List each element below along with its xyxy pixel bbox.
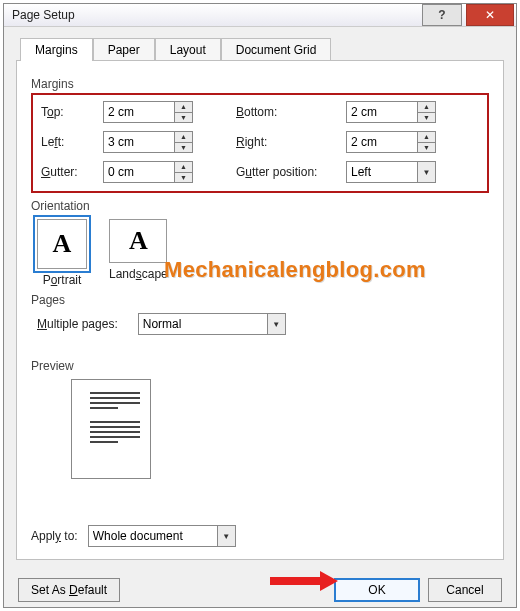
chevron-down-icon[interactable]: ▼ <box>268 313 286 335</box>
top-spinner[interactable]: ▲▼ <box>103 101 198 123</box>
annotation-arrow <box>270 571 338 591</box>
tab-layout[interactable]: Layout <box>155 38 221 61</box>
chevron-down-icon[interactable]: ▼ <box>218 525 236 547</box>
bottom-spinner[interactable]: ▲▼ <box>346 101 441 123</box>
bottom-up[interactable]: ▲ <box>418 102 435 113</box>
portrait-label: Portrait <box>43 273 82 287</box>
gutter-label: Gutter: <box>41 165 103 179</box>
gutter-spinner[interactable]: ▲▼ <box>103 161 198 183</box>
group-margins-label: Margins <box>31 77 489 91</box>
apply-to-label: Apply to: <box>31 529 78 543</box>
apply-to-dropdown[interactable]: ▼ <box>88 525 236 547</box>
page-setup-dialog: Page Setup ? ✕ Margins Paper Layout Docu… <box>3 3 517 608</box>
orientation-portrait[interactable]: A Portrait <box>37 219 87 287</box>
right-input[interactable] <box>346 131 418 153</box>
right-label: Right: <box>236 135 346 149</box>
dialog-footer: Set As Default OK Cancel <box>4 570 516 611</box>
multiple-pages-label: Multiple pages: <box>37 317 118 331</box>
left-up[interactable]: ▲ <box>175 132 192 143</box>
margins-group: Top: ▲▼ Bottom: ▲▼ Left: ▲▼ Right: <box>31 93 489 193</box>
pages-group: Multiple pages: ▼ <box>37 313 489 335</box>
right-spinner[interactable]: ▲▼ <box>346 131 441 153</box>
apply-to-input[interactable] <box>88 525 218 547</box>
help-icon: ? <box>438 8 445 22</box>
ok-button[interactable]: OK <box>334 578 420 602</box>
multiple-pages-dropdown[interactable]: ▼ <box>138 313 286 335</box>
gutter-position-dropdown[interactable]: ▼ <box>346 161 441 183</box>
top-input[interactable] <box>103 101 175 123</box>
right-down[interactable]: ▼ <box>418 143 435 153</box>
portrait-thumb: A <box>37 219 87 269</box>
left-spinner[interactable]: ▲▼ <box>103 131 198 153</box>
orientation-landscape[interactable]: A Landscape <box>109 219 168 287</box>
landscape-thumb: A <box>109 219 167 263</box>
bottom-down[interactable]: ▼ <box>418 113 435 123</box>
left-label: Left: <box>41 135 103 149</box>
tab-margins[interactable]: Margins <box>20 38 93 61</box>
top-label: Top: <box>41 105 103 119</box>
dialog-title: Page Setup <box>12 8 420 22</box>
bottom-input[interactable] <box>346 101 418 123</box>
left-down[interactable]: ▼ <box>175 143 192 153</box>
gutter-up[interactable]: ▲ <box>175 162 192 173</box>
tab-panel-margins: Margins Top: ▲▼ Bottom: ▲▼ Left: ▲▼ <box>16 60 504 560</box>
tab-document-grid[interactable]: Document Grid <box>221 38 332 61</box>
group-orientation-label: Orientation <box>31 199 489 213</box>
gutter-position-input[interactable] <box>346 161 418 183</box>
bottom-label: Bottom: <box>236 105 346 119</box>
close-button[interactable]: ✕ <box>466 4 514 26</box>
left-input[interactable] <box>103 131 175 153</box>
chevron-down-icon[interactable]: ▼ <box>418 161 436 183</box>
titlebar: Page Setup ? ✕ <box>4 4 516 27</box>
tab-strip: Margins Paper Layout Document Grid <box>20 37 504 60</box>
close-icon: ✕ <box>485 8 495 22</box>
top-down[interactable]: ▼ <box>175 113 192 123</box>
help-button[interactable]: ? <box>422 4 462 26</box>
multiple-pages-input[interactable] <box>138 313 268 335</box>
right-up[interactable]: ▲ <box>418 132 435 143</box>
set-as-default-button[interactable]: Set As Default <box>18 578 120 602</box>
gutter-down[interactable]: ▼ <box>175 173 192 183</box>
preview-thumbnail <box>71 379 151 479</box>
dialog-body: Margins Paper Layout Document Grid Margi… <box>4 27 516 570</box>
landscape-label: Landscape <box>109 267 168 281</box>
gutter-position-label: Gutter position: <box>236 165 346 179</box>
tab-paper[interactable]: Paper <box>93 38 155 61</box>
gutter-input[interactable] <box>103 161 175 183</box>
apply-to-row: Apply to: ▼ <box>31 525 236 547</box>
cancel-button[interactable]: Cancel <box>428 578 502 602</box>
group-pages-label: Pages <box>31 293 489 307</box>
group-preview-label: Preview <box>31 359 489 373</box>
top-up[interactable]: ▲ <box>175 102 192 113</box>
orientation-group: A Portrait A Landscape <box>37 219 489 287</box>
